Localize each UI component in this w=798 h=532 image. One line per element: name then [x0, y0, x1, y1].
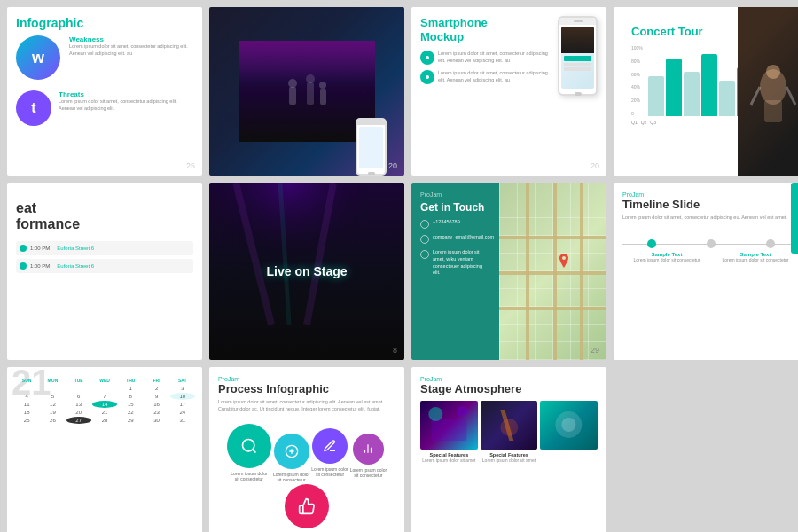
day-fri: FRI — [144, 378, 168, 383]
performance-subtitle1: eat — [16, 200, 36, 215]
cal-15: 15 — [118, 401, 143, 408]
bubble-4 — [353, 434, 384, 465]
bar-2 — [666, 59, 682, 116]
slide-smartphone-mockup: Smartphone Mockup Lorem ipsum dolor sit … — [411, 7, 606, 176]
feature-icon-1 — [420, 51, 434, 65]
svg-rect-0 — [289, 87, 296, 105]
svg-point-27 — [428, 407, 442, 421]
cal-24: 24 — [170, 409, 195, 416]
phone-number: +123456789 — [433, 219, 460, 226]
phone-mockup-overlay — [356, 118, 387, 176]
sample-text-1: Lorem ipsum dolor sit consectetur — [633, 257, 700, 262]
performance-subtitle2: formance — [16, 216, 80, 231]
svg-point-9 — [766, 65, 780, 79]
live-on-stage-text: Live on Stage — [266, 264, 347, 278]
threats-text: Lorem ipsum dolor sit amet, consectetur … — [59, 98, 193, 112]
cal-2: 2 — [144, 385, 168, 392]
time-dot-1 — [20, 245, 27, 252]
cal-25: 25 — [14, 417, 39, 424]
road-v-2 — [553, 183, 557, 360]
bubble-label-4: Lorem ipsum dolorsit consectetur — [350, 467, 387, 478]
timeline-dot-3 — [766, 239, 775, 248]
bubble-label-2: Lorem ipsum dolorsit consectetur — [273, 472, 309, 482]
sample-col-2: Sample Text Lorem ipsum dolor sit consec… — [722, 252, 788, 262]
contact-title: Get in Touch — [420, 201, 490, 214]
bubble-col-3: Lorem ipsum dolorsit consectetur — [311, 428, 348, 477]
email-address: company_email@email.com — [433, 234, 494, 241]
bubble-col-2: Lorem ipsum dolorsit consectetur — [273, 434, 309, 482]
cal-5: 5 — [40, 393, 65, 400]
process-brand: ProJam — [218, 376, 395, 382]
contact-phone-row: +123456789 — [420, 219, 490, 229]
drummer-photo — [738, 7, 798, 176]
cal-empty-2 — [40, 385, 65, 392]
atmosphere-title: Stage Atmosphere — [420, 382, 598, 395]
cal-9: 9 — [144, 393, 168, 400]
calendar-grid: 1 2 3 4 5 6 7 8 9 10 11 12 13 14 15 16 1… — [14, 385, 195, 424]
cal-13: 13 — [66, 401, 91, 408]
process-bubbles: Lorem ipsum dolorsit consectetur Lorem i… — [218, 423, 395, 532]
map-panel — [499, 183, 606, 360]
sample-text-2: Lorem ipsum dolor sit consectetur — [722, 257, 788, 262]
contact-brand: ProJam — [420, 192, 490, 198]
chart-area: 100% 80% 60% 40% 20% 0 — [631, 45, 711, 116]
bubble-col-4: Lorem ipsum dolorsit consectetur — [350, 434, 387, 478]
time-text-2: 1:00 PM — [30, 263, 50, 269]
svg-point-17 — [242, 440, 254, 451]
svg-point-7 — [426, 75, 429, 79]
calendar-header: SUN MON TUE WED THU FRI SAT — [14, 378, 195, 383]
cal-29: 29 — [118, 417, 143, 424]
time-row-2: 1:00 PM Euforia Street 6 — [16, 259, 193, 273]
smartphone-title: Smartphone Mockup — [420, 16, 551, 43]
road-v-1 — [526, 183, 529, 360]
cal-22: 22 — [118, 409, 143, 416]
address-icon — [420, 250, 429, 259]
slide-grid: Infographic w Weakness Lorem ipsum dolor… — [0, 0, 798, 532]
svg-rect-4 — [320, 89, 326, 105]
bubble-5 — [285, 484, 329, 528]
day-sun: SUN — [14, 378, 39, 383]
bubble-label-1: Lorem ipsum dolorsit consectetur — [231, 471, 267, 481]
cal-11: 11 — [14, 401, 39, 408]
bubble-col-5: Lorem ipsum dolorsit consectetur — [285, 484, 329, 532]
svg-point-30 — [500, 419, 518, 436]
venue-text-2: Euforia Street 6 — [57, 263, 94, 269]
bubble-label-3: Lorem ipsum dolorsit consectetur — [311, 466, 348, 477]
photo-2-svg — [481, 401, 538, 450]
cal-17: 17 — [170, 401, 195, 408]
photos-grid: Special Features Lorem ipsum dolor sit a… — [420, 401, 598, 463]
bubble-1 — [227, 424, 271, 468]
process-title: Process Infographic — [218, 382, 395, 395]
slide-timeline: ProJam Timeline Slide Lorem ipsum dolor … — [614, 183, 798, 360]
svg-line-11 — [751, 87, 760, 105]
cal-30: 30 — [144, 417, 168, 424]
page-number-6: 8 — [393, 346, 397, 355]
photo-2 — [481, 401, 538, 450]
cal-31: 31 — [170, 417, 195, 424]
page-number-3: 20 — [591, 161, 599, 170]
day-mon: MON — [40, 378, 65, 383]
timeline-body: Lorem ipsum dolor sit amet, consectetur … — [622, 215, 798, 222]
feature-text-1: Lorem ipsum dolor sit amet, consectetur … — [438, 51, 551, 64]
concert-stage — [239, 41, 375, 142]
timeline-title: Timeline Slide — [622, 198, 798, 211]
concert-photo-overlay — [738, 7, 798, 176]
cal-3: 3 — [170, 385, 195, 392]
stage-lighting-svg — [209, 183, 369, 325]
photo-sub-1: Lorem ipsum dolor sit amet — [420, 458, 478, 463]
weakness-text: Lorem ipsum dolor sit amet, consectetur … — [69, 43, 193, 57]
day-tue: TUE — [66, 378, 91, 383]
cal-28: 28 — [92, 417, 117, 424]
cal-empty-1 — [14, 385, 39, 392]
address-text: Lorem ipsum dolor sit amet, wiku veniam … — [433, 249, 490, 277]
day-wed: WED — [92, 378, 117, 383]
contact-address-row: Lorem ipsum dolor sit amet, wiku veniam … — [420, 249, 490, 277]
cal-26: 26 — [40, 417, 65, 424]
slide-infographic: Infographic w Weakness Lorem ipsum dolor… — [7, 7, 202, 176]
bar-3 — [684, 72, 700, 116]
slide-performance: eat formance 1:00 PM Euforia Street 6 1:… — [7, 183, 202, 360]
slide-live-on-stage: Live on Stage 8 — [209, 183, 404, 360]
time-text-1: 1:00 PM — [30, 246, 50, 251]
slide-calendar: 21 SUN MON TUE WED THU FRI SAT 1 2 3 4 5 — [7, 367, 202, 532]
bubble-2 — [274, 434, 309, 469]
